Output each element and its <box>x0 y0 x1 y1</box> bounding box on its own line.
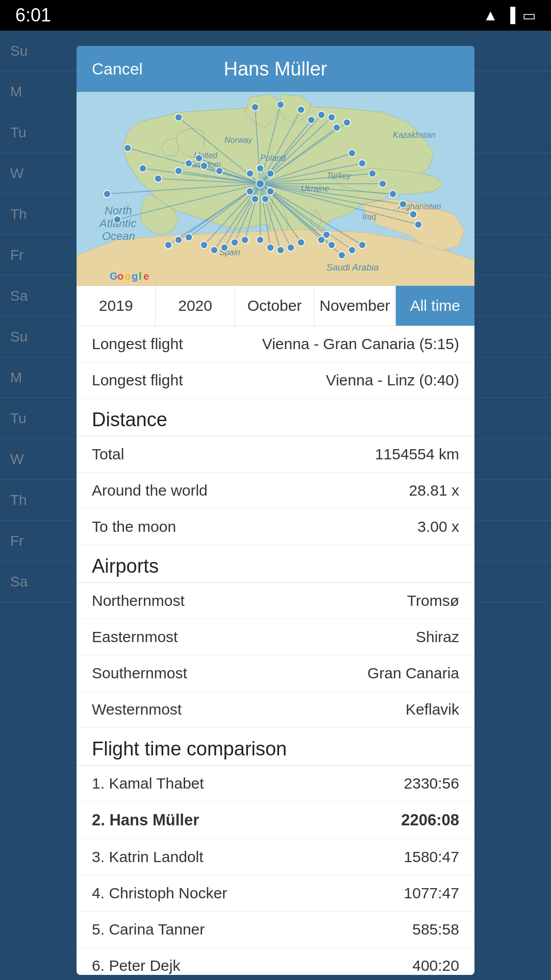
comparison-value-6: 400:20 <box>412 957 459 974</box>
svg-text:g: g <box>132 271 138 282</box>
distance-atw-label: Around the world <box>92 482 208 499</box>
svg-point-89 <box>257 236 264 243</box>
airport-west-value: Keflavik <box>406 701 459 718</box>
svg-point-64 <box>277 101 284 108</box>
svg-point-75 <box>389 190 396 198</box>
airport-south-value: Gran Canaria <box>367 665 459 682</box>
status-time: 6:01 <box>15 5 51 26</box>
airport-east-label: Easternmost <box>92 628 178 646</box>
comparison-row-6: 6. Peter Dejk 400:20 <box>77 948 474 975</box>
svg-point-71 <box>348 150 356 157</box>
svg-point-87 <box>277 247 284 254</box>
airport-west-row: Westernmost Keflavik <box>77 692 474 728</box>
svg-point-80 <box>348 247 356 254</box>
comparison-row-5: 5. Carina Tanner 585:58 <box>77 912 474 948</box>
svg-point-94 <box>211 247 218 254</box>
svg-text:North: North <box>105 204 132 217</box>
comparison-value-3: 1580:47 <box>404 848 459 866</box>
distance-heading: Distance <box>77 399 474 436</box>
svg-point-93 <box>201 241 208 249</box>
airport-south-row: Southernmost Gran Canaria <box>77 655 474 692</box>
svg-point-100 <box>155 175 162 182</box>
map-container: North Atlantic Ocean Saudi Arabia Turkey… <box>77 92 474 286</box>
svg-text:Kazakhstan: Kazakhstan <box>393 131 436 139</box>
modal-content[interactable]: Longest flight Vienna - Gran Canaria (5:… <box>77 326 474 975</box>
status-bar: 6:01 ▲ ▐ ▭ <box>0 0 551 31</box>
modal-overlay: Cancel Hans Müller <box>0 31 551 980</box>
svg-point-77 <box>410 211 417 218</box>
distance-total-row: Total 1154554 km <box>77 436 474 473</box>
longest-flight-value-2: Vienna - Linz (0:40) <box>326 372 459 389</box>
svg-point-82 <box>328 241 335 249</box>
tab-all-time[interactable]: All time <box>396 286 474 326</box>
modal-header: Cancel Hans Müller <box>77 46 474 92</box>
svg-text:Norway: Norway <box>224 136 253 144</box>
svg-point-95 <box>221 244 228 251</box>
flight-time-heading: Flight time comparison <box>77 728 474 765</box>
comparison-value-4: 1077:47 <box>404 885 459 902</box>
svg-point-92 <box>185 234 192 241</box>
svg-point-88 <box>267 244 274 251</box>
airport-north-value: Tromsø <box>407 592 459 609</box>
svg-point-114 <box>262 195 269 203</box>
tab-2019[interactable]: 2019 <box>77 286 156 326</box>
svg-point-99 <box>139 165 146 172</box>
svg-point-81 <box>338 252 345 259</box>
svg-text:o: o <box>117 271 123 282</box>
svg-point-103 <box>195 155 203 162</box>
svg-point-112 <box>267 188 274 195</box>
svg-point-101 <box>175 167 182 175</box>
svg-point-107 <box>114 216 121 223</box>
comparison-label-4: 4. Christoph Nocker <box>92 885 227 902</box>
svg-point-104 <box>201 162 208 169</box>
longest-flight-label-1: Longest flight <box>92 335 183 353</box>
svg-point-113 <box>252 195 259 203</box>
distance-total-label: Total <box>92 446 124 463</box>
svg-point-61 <box>256 180 264 188</box>
longest-flight-label-2: Longest flight <box>92 372 183 389</box>
cancel-button[interactable]: Cancel <box>92 60 143 79</box>
svg-point-86 <box>287 244 294 251</box>
comparison-value-2: 2206:08 <box>401 811 459 829</box>
airport-east-value: Shiraz <box>416 628 459 646</box>
distance-moon-value: 3.00 x <box>417 518 459 535</box>
svg-point-76 <box>399 201 407 208</box>
svg-text:G: G <box>110 271 118 282</box>
battery-icon: ▭ <box>522 7 536 24</box>
distance-atw-row: Around the world 28.81 x <box>77 473 474 509</box>
svg-text:e: e <box>143 271 149 282</box>
svg-text:Ocean: Ocean <box>102 230 135 242</box>
svg-point-109 <box>257 165 264 172</box>
tab-november[interactable]: November <box>314 286 395 326</box>
svg-point-108 <box>246 170 254 177</box>
svg-point-106 <box>104 190 111 198</box>
tab-october[interactable]: October <box>235 286 314 326</box>
comparison-label-6: 6. Peter Dejk <box>92 957 180 974</box>
svg-point-90 <box>165 241 172 249</box>
svg-point-96 <box>231 239 238 246</box>
svg-point-66 <box>308 116 315 124</box>
comparison-label-5: 5. Carina Tanner <box>92 921 205 938</box>
svg-point-105 <box>216 167 223 175</box>
svg-text:Iraq: Iraq <box>362 212 377 221</box>
comparison-label-3: 3. Katrin Landolt <box>92 848 204 866</box>
comparison-label-1: 1. Kamal Thabet <box>92 775 204 792</box>
airport-north-label: Northernmost <box>92 592 185 609</box>
longest-flight-row-2: Longest flight Vienna - Linz (0:40) <box>77 362 474 399</box>
svg-point-110 <box>267 170 274 177</box>
distance-atw-value: 28.81 x <box>409 482 459 499</box>
svg-point-72 <box>359 160 366 167</box>
svg-point-98 <box>124 144 131 152</box>
airport-east-row: Easternmost Shiraz <box>77 619 474 655</box>
modal-title: Hans Müller <box>223 58 327 80</box>
svg-point-97 <box>241 236 248 243</box>
tab-2020[interactable]: 2020 <box>156 286 235 326</box>
svg-point-85 <box>297 239 305 246</box>
svg-point-79 <box>359 241 366 249</box>
longest-flight-row-1: Longest flight Vienna - Gran Canaria (5:… <box>77 326 474 362</box>
svg-point-84 <box>318 236 325 243</box>
distance-moon-label: To the moon <box>92 518 176 535</box>
airport-south-label: Southernmost <box>92 665 187 682</box>
filter-tabs: 2019 2020 October November All time <box>77 286 474 326</box>
distance-moon-row: To the moon 3.00 x <box>77 509 474 545</box>
